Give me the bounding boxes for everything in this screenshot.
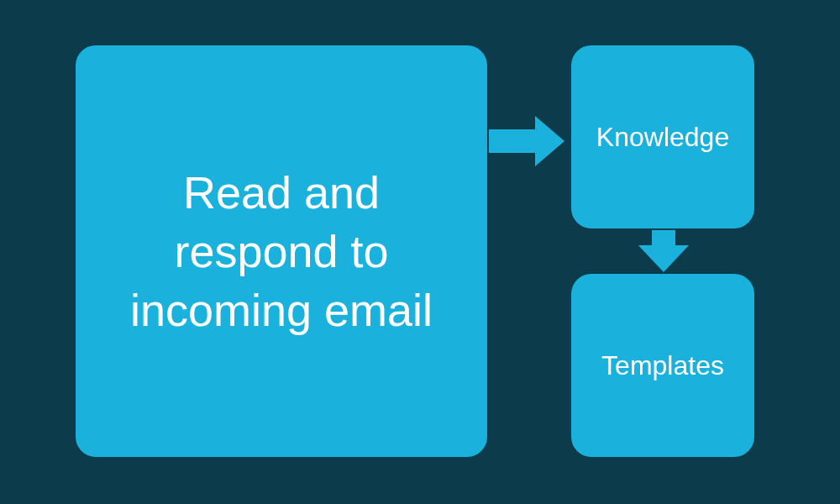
templates-label: Templates [601,350,724,381]
knowledge-box: Knowledge [571,45,754,228]
knowledge-label: Knowledge [596,122,729,153]
arrow-right-icon [489,116,564,166]
arrow-down-icon [638,230,689,272]
main-process-label: Read and respond to incoming email [109,163,454,340]
svg-marker-1 [638,230,689,272]
main-process-box: Read and respond to incoming email [76,45,487,457]
templates-box: Templates [571,274,754,457]
svg-marker-0 [489,116,564,166]
